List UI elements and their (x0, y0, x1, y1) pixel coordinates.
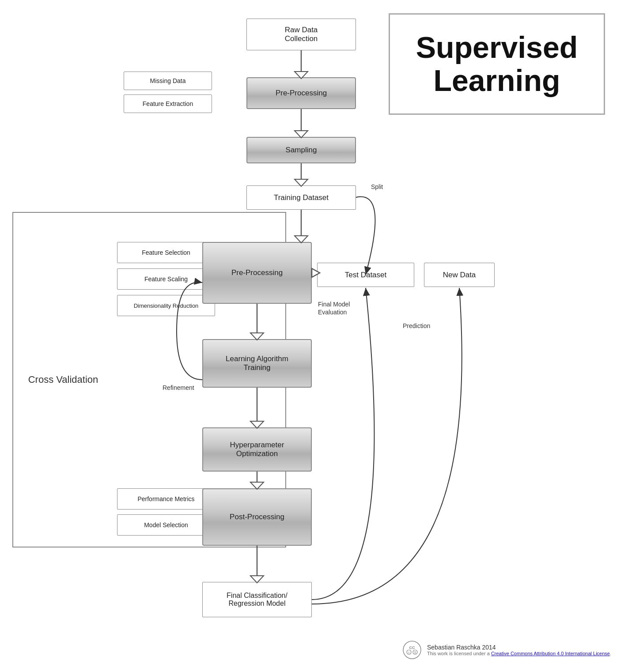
feature-selection-box: Feature Selection (117, 242, 215, 263)
raw-data-box: Raw DataCollection (246, 19, 356, 50)
pre-processing-top-label: Pre-Processing (276, 89, 327, 98)
model-selection-box: Model Selection (117, 514, 215, 536)
pre-processing-mid-box: Pre-Processing (202, 242, 312, 304)
pre-processing-mid-label: Pre-Processing (231, 268, 283, 277)
post-processing-box: Post-Processing (202, 488, 312, 546)
performance-metrics-box: Performance Metrics (117, 488, 215, 510)
cc-icon: CC c $ (402, 640, 422, 660)
footer-text: Sebastian Raschka 2014 This work is lice… (427, 644, 611, 656)
pre-processing-top-box: Pre-Processing (246, 77, 356, 109)
final-model-evaluation-label: Final ModelEvaluation (318, 300, 350, 316)
sampling-box: Sampling (246, 137, 356, 163)
feature-selection-label: Feature Selection (142, 249, 190, 256)
credit-text: Sebastian Raschka 2014 (427, 644, 611, 651)
refinement-label: Refinement (163, 384, 194, 391)
svg-text:c: c (408, 651, 410, 654)
split-label: Split (371, 183, 383, 190)
prediction-text: Prediction (403, 322, 430, 329)
feature-extraction-label: Feature Extraction (143, 100, 193, 107)
test-dataset-box: Test Dataset (317, 263, 414, 287)
feature-extraction-box: Feature Extraction (124, 94, 212, 113)
supervised-learning-title: SupervisedLearning (389, 13, 605, 115)
sampling-label: Sampling (286, 146, 317, 155)
feature-scaling-box: Feature Scaling (117, 268, 215, 290)
svg-line-25 (312, 273, 314, 275)
prediction-label: Prediction (403, 322, 430, 329)
missing-data-label: Missing Data (150, 77, 186, 84)
raw-data-label: Raw DataCollection (285, 26, 318, 43)
cross-validation-label: Cross Validation (12, 212, 114, 547)
license-link: Creative Commons Attribution 4.0 Interna… (491, 651, 610, 656)
test-dataset-label: Test Dataset (345, 271, 387, 279)
diagram-container: SupervisedLearning Raw DataCollection Pr… (0, 0, 628, 672)
license-text: This work is licensed under a Creative C… (427, 651, 611, 656)
hyperparameter-label: HyperparameterOptimization (230, 441, 284, 458)
missing-data-box: Missing Data (124, 72, 212, 90)
feature-scaling-label: Feature Scaling (144, 276, 188, 283)
split-text: Split (371, 183, 383, 190)
cross-validation-text: Cross Validation (28, 374, 98, 385)
learning-algorithm-box: Learning AlgorithmTraining (202, 339, 312, 388)
post-processing-label: Post-Processing (230, 513, 284, 521)
final-classification-box: Final Classification/Regression Model (202, 582, 312, 617)
learning-algorithm-label: Learning AlgorithmTraining (226, 355, 288, 372)
training-dataset-label: Training Dataset (274, 193, 329, 202)
performance-metrics-label: Performance Metrics (137, 495, 194, 502)
svg-text:$: $ (414, 651, 416, 654)
new-data-label: New Data (443, 271, 476, 279)
refinement-text: Refinement (163, 384, 194, 391)
dimensionality-reduction-box: Dimensionality Reduction (117, 295, 215, 316)
footer: CC c $ Sebastian Raschka 2014 This work … (402, 640, 611, 660)
dimensionality-reduction-label: Dimensionality Reduction (134, 302, 199, 309)
final-model-evaluation-text: Final ModelEvaluation (318, 301, 350, 316)
supervised-learning-text: SupervisedLearning (416, 31, 578, 97)
final-classification-label: Final Classification/Regression Model (227, 592, 288, 608)
training-dataset-box: Training Dataset (246, 185, 356, 210)
new-data-box: New Data (424, 263, 495, 287)
svg-point-0 (403, 641, 421, 659)
svg-text:CC: CC (409, 646, 415, 650)
hyperparameter-box: HyperparameterOptimization (202, 427, 312, 472)
model-selection-label: Model Selection (144, 521, 188, 529)
